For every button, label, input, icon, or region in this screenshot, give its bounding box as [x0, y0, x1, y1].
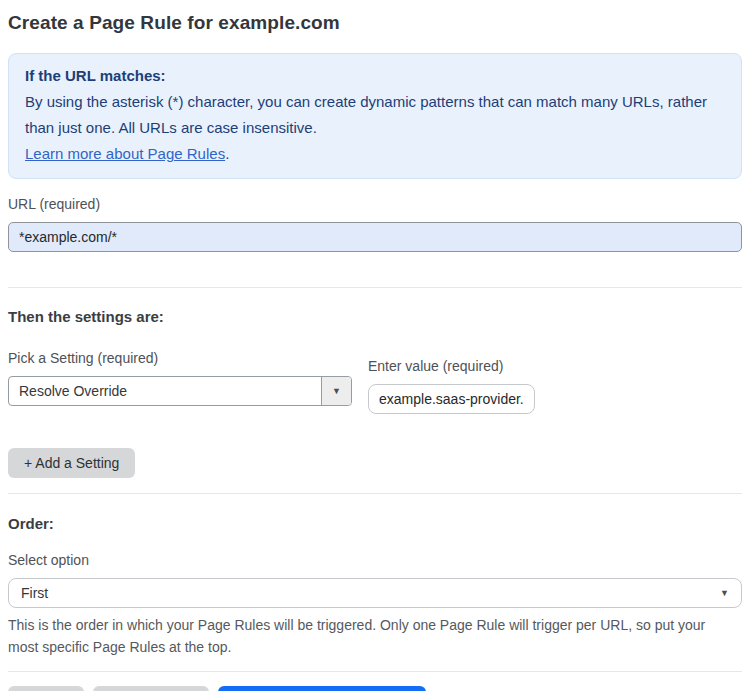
order-section-heading: Order: [8, 515, 742, 532]
setting-select-column: Pick a Setting (required) Resolve Overri… [8, 350, 352, 406]
section-divider [8, 287, 742, 288]
setting-select-label: Pick a Setting (required) [8, 350, 352, 366]
order-help-text: This is the order in which your Page Rul… [8, 614, 728, 658]
order-select-label: Select option [8, 552, 742, 568]
value-input-label: Enter value (required) [368, 358, 535, 374]
save-as-draft-button[interactable]: Save as Draft [93, 686, 210, 691]
learn-more-link[interactable]: Learn more about Page Rules [25, 145, 225, 162]
add-setting-button[interactable]: + Add a Setting [8, 448, 135, 478]
url-field-label: URL (required) [8, 196, 742, 212]
url-input[interactable] [8, 222, 742, 252]
setting-select-value: Resolve Override [9, 377, 321, 405]
page-rule-form: Create a Page Rule for example.com If th… [0, 0, 750, 691]
chevron-down-icon: ▼ [332, 387, 341, 396]
section-divider [8, 493, 742, 494]
setting-value-input[interactable] [368, 384, 535, 414]
settings-section-heading: Then the settings are: [8, 308, 742, 325]
settings-row: Pick a Setting (required) Resolve Overri… [8, 350, 742, 414]
cancel-button[interactable]: Cancel [8, 686, 84, 691]
info-box-body: By using the asterisk (*) character, you… [25, 89, 725, 141]
link-suffix: . [225, 145, 229, 162]
save-and-deploy-button[interactable]: Save and Deploy Page Rule [218, 686, 426, 691]
url-match-info-box: If the URL matches: By using the asteris… [8, 53, 742, 179]
page-title: Create a Page Rule for example.com [8, 12, 742, 34]
info-box-link-line: Learn more about Page Rules. [25, 141, 725, 167]
setting-value-column: Enter value (required) [368, 358, 535, 414]
chevron-down-icon: ▼ [720, 589, 729, 598]
footer-divider [8, 671, 742, 672]
order-select-value: First [21, 585, 48, 601]
order-select[interactable]: First ▼ [8, 578, 742, 608]
setting-select[interactable]: Resolve Override ▼ [8, 376, 352, 406]
setting-select-arrow-cell[interactable]: ▼ [321, 377, 351, 405]
info-box-heading: If the URL matches: [25, 63, 725, 89]
footer-actions: Cancel Save as Draft Save and Deploy Pag… [8, 686, 742, 691]
